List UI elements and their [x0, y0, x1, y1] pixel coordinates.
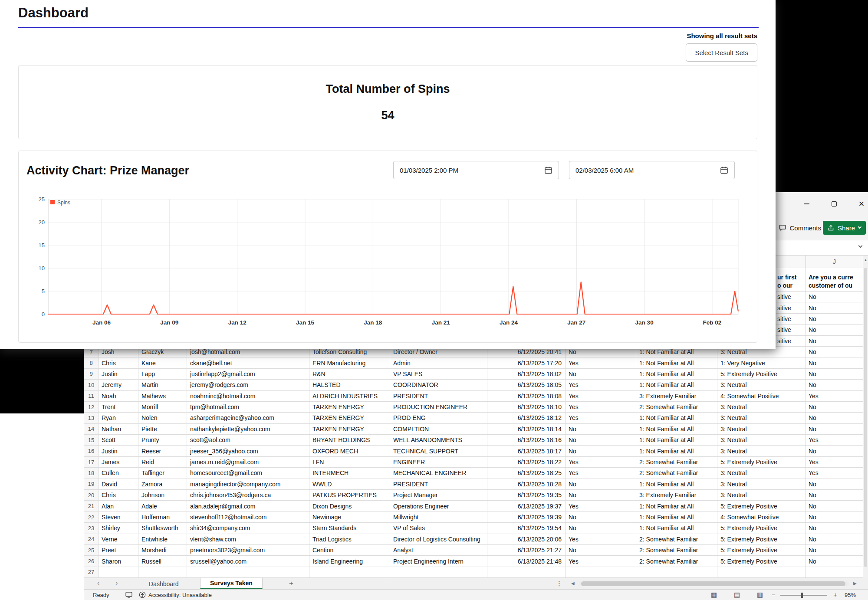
tab-dashboard[interactable]: Dashboard — [139, 578, 188, 589]
cell-company[interactable]: Stern Standards — [309, 523, 390, 534]
cell-familiarity[interactable]: 1: Not Familiar at All — [636, 369, 717, 380]
cell-customer[interactable]: No — [806, 380, 863, 390]
cell-row-number[interactable]: 20 — [84, 490, 99, 501]
cell-attended[interactable]: Yes — [566, 457, 636, 468]
cell-date[interactable]: 6/13/2025 19:54 — [487, 523, 566, 534]
cell-familiarity[interactable]: 1: Not Familiar at All — [636, 435, 717, 446]
cell-title[interactable] — [390, 567, 487, 578]
add-sheet-button[interactable]: + — [289, 579, 293, 588]
cell-row-number[interactable]: 8 — [84, 357, 99, 368]
cell-date[interactable]: 6/13/2025 18:22 — [487, 457, 566, 468]
cell-attended[interactable]: No — [566, 512, 636, 523]
cell-attended[interactable]: Yes — [566, 556, 636, 567]
cell-row-number[interactable]: 15 — [84, 435, 99, 446]
cell-familiarity[interactable]: 1: Not Familiar at All — [636, 512, 717, 523]
cell-row-number[interactable]: 27 — [84, 567, 99, 578]
cell-sentiment[interactable]: 3: Neutral — [717, 468, 806, 479]
prev-sheet-icon[interactable]: ‹ — [97, 579, 99, 587]
cell-email[interactable]: jeremy@rodgers.com — [187, 380, 309, 390]
cell-row-number[interactable]: 10 — [84, 380, 99, 390]
vertical-scrollbar[interactable]: ▲ — [863, 256, 868, 578]
start-date-input[interactable]: 01/03/2025 2:00 PM — [393, 161, 559, 179]
cell-row-number[interactable]: 18 — [84, 468, 99, 479]
cell-familiarity[interactable]: 2: Somewhat Familiar — [636, 457, 717, 468]
cell-email[interactable]: alan.adalejr@gmail.com — [187, 501, 309, 511]
chevron-down-icon[interactable] — [858, 244, 863, 248]
minimize-button[interactable] — [799, 197, 814, 211]
cell-familiarity[interactable]: 3: Extremely Familiar — [636, 391, 717, 402]
cell-email[interactable]: jreeser_356@yahoo.com — [187, 446, 309, 456]
cell-customer[interactable]: No — [806, 490, 863, 501]
cell-title[interactable]: PRESIDENT — [390, 391, 487, 402]
cell-email[interactable]: vlent@shaw.com — [187, 534, 309, 545]
cell-first-name[interactable]: Jeremy — [99, 380, 138, 390]
cell-customer[interactable]: Yes — [806, 391, 863, 402]
cell-sentiment[interactable]: 4: Somewhat Positive — [717, 512, 806, 523]
cell-sentiment[interactable]: 3: Neutral — [717, 479, 806, 490]
cell-title[interactable]: Operations Engineer — [390, 501, 487, 511]
cell-company[interactable]: TARXEN ENERGY — [309, 424, 390, 435]
tab-surveys-taken[interactable]: Surveys Taken — [200, 578, 263, 589]
cell-attended[interactable]: No — [566, 435, 636, 446]
record-macro-icon[interactable] — [125, 592, 132, 598]
cell-email[interactable]: ckane@bell.net — [187, 357, 309, 368]
cell-familiarity[interactable]: 1: Not Familiar at All — [636, 446, 717, 456]
cell-first-name[interactable]: Ryan — [99, 413, 138, 423]
column-header-j[interactable]: J — [806, 256, 863, 268]
cell-row-number[interactable]: 21 — [84, 501, 99, 511]
cell-email[interactable]: asharperimageinc@yahoo.com — [187, 413, 309, 423]
cell-row-number[interactable]: 11 — [84, 391, 99, 402]
cell-date[interactable]: 6/13/2025 18:10 — [487, 402, 566, 413]
cell-date[interactable]: 6/13/2025 18:14 — [487, 424, 566, 435]
cell-email[interactable]: scott@aol.com — [187, 435, 309, 446]
cell-date[interactable]: 6/13/2025 18:16 — [487, 435, 566, 446]
cell-first-name[interactable]: Preet — [99, 545, 138, 556]
cell-customer[interactable]: No — [806, 369, 863, 380]
cell-last-name[interactable]: Piette — [138, 424, 187, 435]
page-break-view-icon[interactable]: ▥ — [757, 591, 763, 599]
cell-company[interactable] — [309, 567, 390, 578]
cell-last-name[interactable]: Morrill — [138, 402, 187, 413]
cell-company[interactable]: TARXEN ENERGY — [309, 413, 390, 423]
cell-first-name[interactable]: Justin — [99, 369, 138, 380]
cell-customer[interactable] — [806, 567, 863, 578]
cell-customer[interactable]: No — [806, 512, 863, 523]
cell-attended[interactable]: Yes — [566, 357, 636, 368]
cell-company[interactable]: OXFORD MECH — [309, 446, 390, 456]
cell-customer[interactable]: Yes — [806, 435, 863, 446]
cell-row-number[interactable]: 16 — [84, 446, 99, 456]
cell-customer[interactable]: No — [806, 325, 863, 335]
cell-customer[interactable]: No — [806, 413, 863, 423]
cell-customer[interactable]: No — [806, 292, 863, 302]
cell-sentiment[interactable]: 1: Very Negative — [717, 357, 806, 368]
page-layout-view-icon[interactable]: ▤ — [734, 591, 740, 599]
cell-date[interactable]: 6/13/2025 19:39 — [487, 512, 566, 523]
zoom-level[interactable]: 95% — [845, 592, 856, 598]
cell-first-name[interactable]: David — [99, 479, 138, 490]
cell-attended[interactable]: No — [566, 523, 636, 534]
cell-company[interactable]: TARXEN ENERGY — [309, 402, 390, 413]
cell-sentiment[interactable]: 3: Neutral — [717, 435, 806, 446]
cell-sentiment[interactable] — [717, 567, 806, 578]
cell-sentiment[interactable]: 3: Neutral — [717, 490, 806, 501]
cell-sentiment[interactable]: 3: Neutral — [717, 424, 806, 435]
cell-sentiment[interactable]: 3: Neutral — [717, 380, 806, 390]
cell-date[interactable]: 6/13/2025 18:17 — [487, 446, 566, 456]
next-sheet-icon[interactable]: › — [115, 579, 118, 587]
cell-attended[interactable]: Yes — [566, 501, 636, 511]
cell-company[interactable]: Newimage — [309, 512, 390, 523]
cell-last-name[interactable]: Entwhisle — [138, 534, 187, 545]
cell-title[interactable]: Millwright — [390, 512, 487, 523]
cell-familiarity[interactable]: 2: Somewhat Familiar — [636, 402, 717, 413]
cell-title[interactable]: TECHNICAL SUPPORT — [390, 446, 487, 456]
cell-first-name[interactable]: Cullen — [99, 468, 138, 479]
cell-last-name[interactable]: Prunty — [138, 435, 187, 446]
cell-company[interactable]: Triad Logistics — [309, 534, 390, 545]
share-button[interactable]: Share — [823, 221, 866, 235]
accessibility-status[interactable]: Accessibility: Unavailable — [139, 591, 212, 598]
cell-last-name[interactable]: Johnson — [138, 490, 187, 501]
cell-familiarity[interactable]: 2: Somewhat Familiar — [636, 468, 717, 479]
cell-email[interactable] — [187, 567, 309, 578]
close-button[interactable]: × — [854, 197, 868, 211]
cell-customer[interactable]: No — [806, 424, 863, 435]
